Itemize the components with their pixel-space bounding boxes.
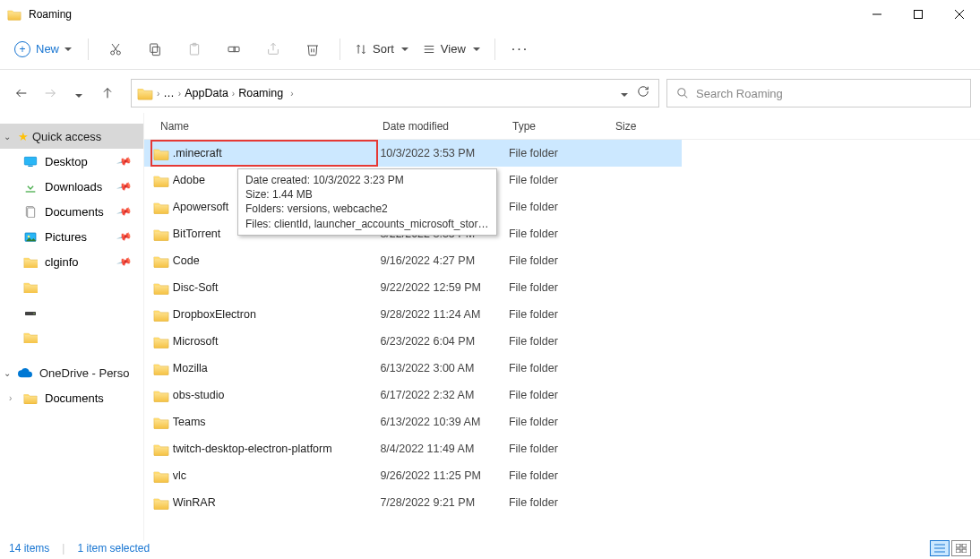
search-input[interactable]	[696, 87, 961, 100]
separator	[494, 39, 495, 60]
file-name: twitch-desktop-electron-platform	[173, 443, 381, 455]
onedrive-label: OneDrive - Perso	[39, 366, 129, 380]
tooltip: Date created: 10/3/2022 3:23 PM Size: 1.…	[237, 168, 497, 236]
downloads-icon	[23, 180, 38, 193]
folder-icon	[153, 335, 173, 348]
navpane-item[interactable]: › Documents	[0, 385, 143, 410]
folder-icon	[153, 389, 173, 402]
file-row[interactable]: twitch-desktop-electron-platform8/4/2022…	[144, 435, 682, 462]
file-row[interactable]: Teams6/13/2022 10:39 AMFile folder	[144, 408, 682, 435]
svg-rect-38	[962, 549, 967, 553]
file-date: 9/28/2022 11:24 AM	[380, 308, 509, 321]
column-date[interactable]: Date modified	[383, 120, 512, 133]
minimize-button[interactable]	[856, 0, 898, 29]
file-date: 7/28/2022 9:21 PM	[380, 496, 509, 509]
address-bar[interactable]: ›… ›AppData ›Roaming›	[131, 79, 659, 108]
search-icon	[676, 87, 689, 99]
file-row[interactable]: DropboxElectron9/28/2022 11:24 AMFile fo…	[144, 301, 682, 328]
breadcrumb-segment[interactable]: ›Roaming›	[232, 87, 294, 99]
file-date: 6/13/2022 10:39 AM	[380, 416, 509, 428]
navpane-item[interactable]	[0, 299, 143, 324]
refresh-button[interactable]	[637, 85, 649, 101]
file-row[interactable]: obs-studio6/17/2022 2:32 AMFile folder	[144, 382, 682, 408]
new-label: New	[36, 42, 59, 56]
back-button[interactable]	[9, 81, 34, 106]
drive-icon	[23, 305, 38, 318]
file-date: 6/17/2022 2:32 AM	[380, 389, 509, 401]
svg-point-29	[28, 236, 30, 238]
onedrive-header[interactable]: ⌄ OneDrive - Perso	[0, 360, 143, 385]
file-type: File folder	[509, 201, 611, 213]
file-row[interactable]: Microsoft6/23/2022 6:04 PMFile folder	[144, 328, 682, 355]
recent-locations-button[interactable]	[66, 81, 91, 106]
sort-label: Sort	[373, 42, 394, 56]
navpane-item-label: clginfo	[45, 255, 79, 269]
share-button[interactable]	[255, 33, 291, 65]
documents-icon	[23, 205, 38, 218]
column-size[interactable]: Size	[615, 120, 687, 133]
file-row[interactable]: Disc-Soft9/22/2022 12:59 PMFile folder	[144, 274, 682, 301]
details-view-button[interactable]	[930, 540, 950, 556]
folder-icon	[153, 201, 173, 214]
search-box[interactable]	[666, 79, 971, 108]
thumbnails-view-button[interactable]	[951, 540, 971, 556]
svg-rect-23	[24, 157, 36, 165]
file-row[interactable]: Code9/16/2022 4:27 PMFile folder	[144, 247, 682, 274]
paste-button[interactable]	[176, 33, 212, 65]
navpane-item[interactable]: Downloads📌	[0, 174, 143, 199]
copy-button[interactable]	[137, 33, 173, 65]
navigation-pane: ⌄ ★ Quick access Desktop📌Downloads📌Docum…	[0, 113, 143, 541]
folder-icon	[153, 496, 173, 510]
navpane-item[interactable]: Desktop📌	[0, 149, 143, 174]
navpane-item[interactable]: Documents📌	[0, 199, 143, 224]
navpane-item-label: Pictures	[45, 230, 87, 244]
file-name: Mozilla	[173, 362, 381, 374]
navpane-item-label: Documents	[45, 391, 104, 405]
new-button[interactable]: + New	[7, 38, 79, 61]
delete-button[interactable]	[295, 33, 331, 65]
pin-icon: 📌	[116, 254, 133, 270]
maximize-button[interactable]	[898, 0, 939, 29]
selection-count: 1 item selected	[77, 542, 150, 555]
svg-rect-25	[26, 191, 36, 192]
view-button[interactable]: View	[417, 39, 486, 59]
close-button[interactable]	[939, 0, 980, 29]
breadcrumb-segment[interactable]: ›AppData	[178, 87, 228, 99]
navpane-item[interactable]: clginfo📌	[0, 249, 143, 274]
quick-access-header[interactable]: ⌄ ★ Quick access	[0, 124, 143, 149]
navpane-item[interactable]: Pictures📌	[0, 224, 143, 249]
column-name[interactable]: Name	[160, 120, 383, 133]
quick-access-label: Quick access	[32, 130, 101, 143]
file-row[interactable]: Mozilla6/13/2022 3:00 AMFile folder	[144, 355, 682, 382]
tooltip-line: Files: clientId, launcher_accounts_micro…	[245, 217, 489, 231]
cut-button[interactable]	[98, 33, 133, 65]
history-dropdown[interactable]	[621, 89, 628, 99]
chevron-down-icon	[75, 85, 82, 101]
navpane-item[interactable]	[0, 274, 143, 299]
sort-button[interactable]: Sort	[349, 39, 414, 59]
navpane-item[interactable]	[0, 324, 143, 349]
file-type: File folder	[509, 443, 611, 455]
file-date: 6/23/2022 6:04 PM	[380, 335, 509, 348]
column-headers: Name Date modified Type Size	[144, 113, 980, 140]
svg-rect-8	[152, 47, 159, 55]
item-count: 14 items	[9, 542, 49, 555]
svg-point-31	[33, 313, 34, 314]
more-button[interactable]: ···	[504, 41, 536, 57]
svg-point-5	[116, 51, 120, 55]
column-type[interactable]: Type	[512, 120, 615, 133]
desktop-icon	[23, 155, 38, 168]
forward-button[interactable]	[38, 81, 63, 106]
chevron-down-icon: ⌄	[4, 132, 14, 142]
file-date: 9/22/2022 12:59 PM	[380, 281, 509, 294]
svg-point-21	[678, 89, 685, 96]
chevron-right-icon: ›	[157, 89, 159, 99]
file-type: File folder	[509, 496, 611, 509]
file-row[interactable]: vlc9/26/2022 11:25 PMFile folder	[144, 462, 682, 489]
file-row[interactable]: WinRAR7/28/2022 9:21 PMFile folder	[144, 489, 682, 516]
rename-button[interactable]	[216, 33, 252, 65]
up-button[interactable]	[95, 81, 120, 106]
folder-icon	[153, 281, 173, 295]
breadcrumb-segment[interactable]: ›…	[157, 87, 175, 99]
folder-icon	[137, 85, 153, 101]
